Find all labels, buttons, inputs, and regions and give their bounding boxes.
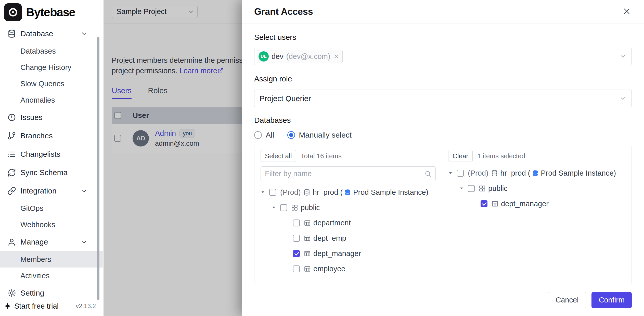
nav-label: Integration	[20, 187, 57, 195]
sidebar-item-branches[interactable]: Branches	[0, 127, 103, 145]
sidebar-item-changelists[interactable]: Changelists	[0, 145, 103, 163]
branch-icon	[7, 131, 16, 140]
sidebar-scrollbar-thumb[interactable]	[97, 37, 99, 300]
postgres-instance-icon	[344, 189, 351, 196]
selected-user-chip: DE dev (dev@x.com)	[257, 50, 343, 63]
select-users-label: Select users	[254, 33, 632, 42]
caret-down-icon[interactable]	[448, 171, 453, 175]
database-icon	[7, 29, 16, 38]
drawer-body: Select users DE dev (dev@x.com) Assign r…	[242, 24, 644, 284]
database-icon	[303, 189, 310, 196]
checkbox[interactable]	[468, 185, 475, 192]
paren: (	[340, 188, 343, 197]
chip-user-email: (dev@x.com)	[286, 52, 330, 61]
tree-node-department[interactable]: department	[261, 215, 436, 230]
postgres-instance-icon	[532, 170, 539, 177]
changelist-icon	[7, 150, 16, 159]
table-icon	[304, 250, 311, 257]
sidebar-item-manage[interactable]: Manage	[0, 233, 103, 251]
selected-panel-header: Clear 1 items selected	[448, 150, 625, 162]
sidebar-item-databases[interactable]: Databases	[0, 43, 103, 59]
drawer-header: Grant Access	[242, 0, 644, 23]
tree-node-public[interactable]: public	[448, 181, 625, 196]
checkbox-checked[interactable]	[481, 200, 487, 207]
database-icon	[491, 170, 498, 177]
checkbox[interactable]	[293, 235, 300, 242]
sidebar-item-sync-schema[interactable]: Sync Schema	[0, 163, 103, 182]
caret-down-icon[interactable]	[459, 186, 464, 191]
table-name: employee	[313, 265, 345, 273]
chevron-down-icon	[81, 187, 88, 195]
cancel-button[interactable]: Cancel	[548, 292, 586, 308]
role-select[interactable]: Project Querier	[254, 90, 632, 107]
nav-label: Setting	[20, 289, 44, 297]
drawer-title: Grant Access	[254, 6, 313, 17]
caret-down-icon[interactable]	[261, 190, 265, 195]
nav-label: Change History	[20, 63, 71, 72]
database-transfer: Select all Total 16 items (Prod) hr_prod…	[254, 145, 632, 284]
nav-label: Slow Queries	[20, 80, 64, 88]
sidebar-item-setting[interactable]: Setting	[0, 284, 103, 302]
checkbox[interactable]	[293, 265, 300, 272]
tree-node-dept-emp[interactable]: dept_emp	[261, 230, 436, 246]
radio-manually-select[interactable]: Manually select	[287, 131, 352, 139]
sidebar-item-integration[interactable]: Integration	[0, 182, 103, 200]
clear-button[interactable]: Clear	[448, 150, 473, 162]
nav-label: Database	[20, 29, 53, 38]
bytebase-logo[interactable]: Bytebase	[0, 0, 103, 25]
transfer-selected-panel: Clear 1 items selected (Prod) hr_prod ( …	[442, 145, 632, 284]
sidebar-item-slow-queries[interactable]: Slow Queries	[0, 76, 103, 92]
selected-count-label: 1 items selected	[477, 152, 525, 160]
sidebar-item-database[interactable]: Database	[0, 25, 103, 43]
radio-all[interactable]: All	[254, 131, 274, 139]
nav-label: Issues	[20, 113, 43, 122]
database-scope-radio-group: All Manually select	[254, 131, 632, 139]
confirm-button[interactable]: Confirm	[591, 292, 632, 308]
environment-label: (Prod)	[468, 169, 488, 177]
sidebar-item-issues[interactable]: Issues	[0, 108, 103, 127]
tree-node-dept-manager[interactable]: dept_manager	[448, 196, 625, 211]
tree-node-dept-manager[interactable]: dept_manager	[261, 246, 436, 261]
filter-input[interactable]	[265, 169, 424, 178]
table-icon	[304, 265, 311, 272]
table-name: department	[313, 219, 351, 227]
close-button[interactable]	[622, 7, 632, 17]
trial-label: Start free trial	[14, 302, 59, 310]
environment-label: (Prod)	[280, 188, 301, 197]
drawer-footer: Cancel Confirm	[242, 284, 644, 316]
checkbox[interactable]	[280, 204, 287, 211]
sidebar-item-members[interactable]: Members	[0, 251, 103, 268]
start-free-trial-button[interactable]: Start free trial	[4, 302, 59, 310]
radio-manual-label: Manually select	[299, 131, 352, 139]
selected-tree: (Prod) hr_prod ( Prod Sample Instance) p…	[448, 165, 625, 211]
database-name: hr_prod	[313, 188, 338, 197]
transfer-source-panel: Select all Total 16 items (Prod) hr_prod…	[254, 145, 442, 284]
sidebar-item-gitops[interactable]: GitOps	[0, 200, 103, 216]
sidebar-item-activities[interactable]: Activities	[0, 268, 103, 284]
sidebar: Bytebase Database Databases Change Histo…	[0, 0, 103, 316]
tree-node-hr-prod[interactable]: (Prod) hr_prod ( Prod Sample Instance)	[448, 165, 625, 181]
checkbox-checked[interactable]	[293, 250, 300, 257]
select-all-button[interactable]: Select all	[261, 150, 296, 162]
caret-down-icon[interactable]	[272, 205, 276, 210]
tree-node-hr-prod[interactable]: (Prod) hr_prod ( Prod Sample Instance)	[261, 185, 436, 200]
table-icon	[304, 235, 311, 242]
nav-label: Activities	[20, 272, 49, 280]
checkbox[interactable]	[457, 170, 464, 177]
tree-node-public[interactable]: public	[261, 200, 436, 215]
sidebar-item-anomalies[interactable]: Anomalies	[0, 92, 103, 108]
nav-label: Sync Schema	[20, 168, 68, 177]
sync-icon	[7, 168, 16, 177]
avatar: DE	[259, 51, 269, 62]
instance-name: Prod Sample Instance)	[541, 169, 616, 177]
user-select-combobox[interactable]: DE dev (dev@x.com)	[254, 48, 632, 65]
sidebar-item-webhooks[interactable]: Webhooks	[0, 216, 103, 233]
chevron-down-icon	[619, 95, 626, 102]
gear-icon	[7, 289, 16, 297]
remove-user-icon[interactable]	[333, 53, 339, 59]
checkbox[interactable]	[293, 220, 300, 226]
sidebar-item-change-history[interactable]: Change History	[0, 59, 103, 76]
checkbox[interactable]	[269, 189, 276, 196]
nav-label: GitOps	[20, 204, 43, 213]
tree-node-employee[interactable]: employee	[261, 261, 436, 276]
